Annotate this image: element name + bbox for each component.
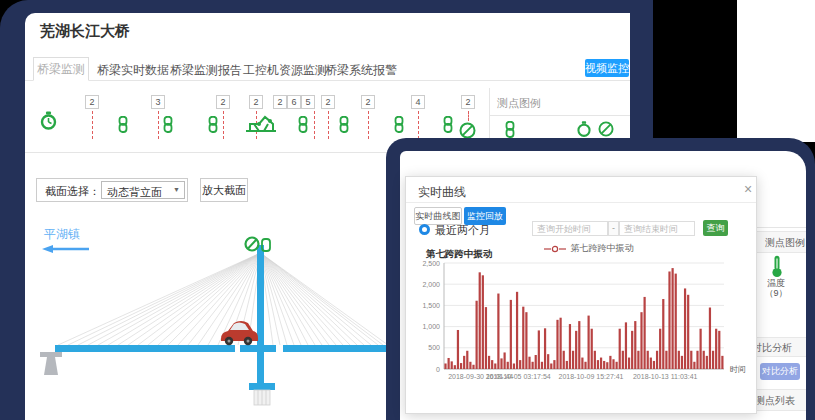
sensor-count-badge: 3 (151, 95, 165, 109)
vibration-chart: 05001,0001,5002,0002,5002018-09-30 16:01… (416, 256, 746, 386)
svg-text:2018-10-05 03:17:54: 2018-10-05 03:17:54 (486, 373, 551, 380)
tab-system-alarm[interactable]: 桥梁系统报警 (325, 62, 397, 79)
sensor-drop-line (158, 111, 159, 139)
svg-text:时间: 时间 (730, 365, 746, 374)
svg-text:1,000: 1,000 (422, 323, 440, 330)
chart-legend: 第七跨跨中振动 (544, 239, 633, 249)
link-sensor-icon[interactable] (116, 116, 130, 133)
video-monitor-button[interactable]: 视频监控 (585, 59, 629, 77)
query-start-time-input[interactable] (532, 221, 608, 236)
svg-text:500: 500 (428, 344, 440, 351)
legend-panel-underline (489, 115, 630, 116)
sensor-drop-line (92, 111, 93, 139)
link-sensor-icon[interactable] (441, 116, 455, 133)
car (221, 321, 258, 345)
link-sensor-icon[interactable] (337, 116, 351, 133)
bridge-tower (257, 245, 264, 385)
page-title: 芜湖长江大桥 (40, 22, 130, 41)
svg-text:2,000: 2,000 (422, 281, 440, 288)
sensor-count-badge: 2 (321, 95, 335, 109)
chart-legend-label: 第七跨跨中振动 (570, 243, 633, 253)
svg-text:2018-10-09 15:27:41: 2018-10-09 15:27:41 (559, 373, 624, 380)
sensor-count-badge: 6 (287, 95, 301, 109)
sensor-drop-line (468, 111, 469, 121)
tab-realtime-data[interactable]: 桥梁实时数据 (97, 62, 169, 79)
tab-ipc-resource[interactable]: 工控机资源监测 (243, 62, 327, 79)
tabbar-divider (25, 80, 630, 81)
tab-bridge-monitor[interactable]: 桥梁监测 (33, 57, 89, 81)
query-button[interactable]: 查询 (703, 220, 728, 236)
date-range-separator: - (608, 221, 619, 236)
svg-text:2,500: 2,500 (422, 260, 440, 267)
desktop-white-region (737, 0, 815, 142)
section-select-group: 截面选择： 动态背立面 ▼ (36, 178, 188, 202)
bridge-diagram (30, 235, 420, 420)
no-signal-icon (598, 121, 614, 137)
tower-footing-cap (249, 383, 275, 390)
link-sensor-icon (503, 121, 517, 138)
link-sensor-icon[interactable] (296, 116, 310, 133)
stopwatch-icon (575, 120, 593, 138)
sensor-count-badge: 2 (249, 95, 263, 109)
legend-panel-title: 测点图例 (497, 96, 541, 111)
sensor-count-badge: 2 (361, 95, 375, 109)
sensor-count-badge: 5 (301, 95, 315, 109)
sensor-count-badge: 2 (216, 95, 230, 109)
desktop-black-region (653, 0, 737, 142)
sensor-count-badge: 4 (411, 95, 425, 109)
bridge-deck (55, 345, 390, 352)
stopwatch-icon[interactable] (38, 110, 59, 135)
svg-text:2018-10-13 11:03:41: 2018-10-13 11:03:41 (633, 373, 698, 380)
realtime-curve-modal: 实时曲线 × 实时曲线图 监控回放 最近两个月 - 查询 第七跨跨中振动 第七跨… (405, 176, 757, 414)
deck-joint (235, 345, 240, 352)
svg-text:1,500: 1,500 (422, 302, 440, 309)
section-select-value: 动态背立面 (107, 185, 162, 200)
sensor-drop-line (418, 111, 419, 139)
no-signal-icon[interactable] (459, 122, 476, 139)
left-pier (40, 352, 62, 375)
screen: { "app": { "title": "芜湖长江大桥", "tabs": ["… (0, 0, 815, 420)
close-icon[interactable]: × (744, 181, 752, 197)
tab-monitor-report[interactable]: 桥梁监测报告 (170, 62, 242, 79)
sensor-count-badge: 2 (273, 95, 287, 109)
tower-footing-pile (254, 390, 270, 405)
sensor-count-badge: 2 (461, 95, 475, 109)
truss-sensor-icon[interactable] (245, 112, 277, 134)
compare-analysis-button[interactable]: 对比分析 (760, 363, 800, 380)
sensor-drop-line (223, 111, 224, 139)
section-select-label: 截面选择： (45, 184, 100, 199)
modal-header-divider (406, 202, 756, 203)
link-sensor-icon[interactable] (161, 116, 175, 133)
legend-marker-icon (544, 245, 566, 253)
chevron-down-icon: ▼ (173, 186, 180, 193)
link-sensor-icon[interactable] (206, 116, 220, 133)
sensor-count-badge: 2 (85, 95, 99, 109)
thermometer-icon[interactable] (770, 255, 784, 278)
legend-panel-divider (489, 88, 490, 140)
zoom-section-button[interactable]: 放大截面 (200, 178, 248, 202)
sensor-drop-line (314, 111, 315, 139)
svg-text:0: 0 (436, 366, 440, 373)
deck-joint (276, 345, 283, 352)
bridge-cables (58, 253, 388, 345)
sensor-drop-line (328, 111, 329, 139)
section-select-dropdown[interactable]: 动态背立面 ▼ (101, 181, 185, 199)
temperature-count: （9） (761, 287, 791, 300)
sensor-drop-line (368, 111, 369, 139)
modal-title: 实时曲线 (418, 184, 466, 201)
recent-two-months-radio[interactable] (419, 224, 430, 235)
recent-two-months-label[interactable]: 最近两个月 (435, 223, 490, 238)
query-end-time-input[interactable] (619, 221, 695, 236)
link-sensor-icon[interactable] (392, 116, 406, 133)
